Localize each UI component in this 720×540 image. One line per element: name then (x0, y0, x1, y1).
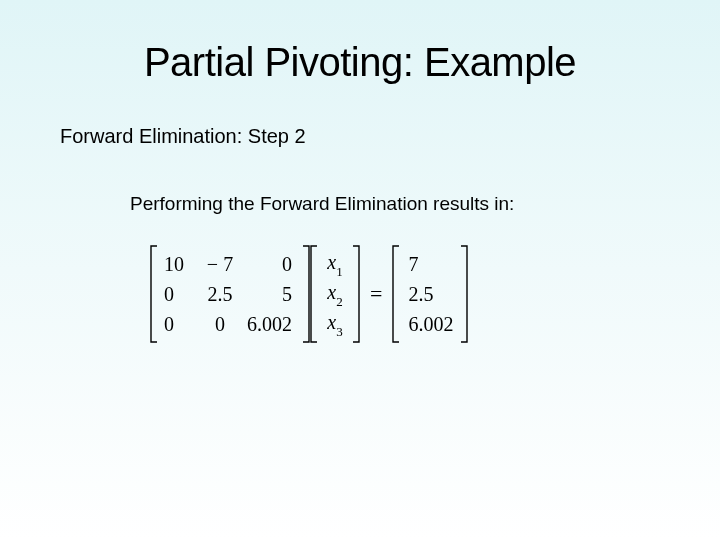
matrix-row: 0 2.5 5 (162, 279, 298, 309)
vector-x-body: x1 x2 x3 (318, 245, 352, 343)
right-bracket-icon (352, 245, 360, 343)
left-bracket-icon (150, 245, 158, 343)
matrix-a: 10 − 7 0 0 2.5 5 0 0 6.002 (150, 245, 310, 343)
var: x (327, 311, 336, 333)
equation: 10 − 7 0 0 2.5 5 0 0 6.002 (150, 245, 670, 343)
var: x (327, 251, 336, 273)
matrix-cell: 5 (242, 283, 298, 306)
vector-cell: 7 (404, 253, 456, 276)
matrix-cell: 0 (162, 313, 198, 336)
vector-b-body: 7 2.5 6.002 (400, 245, 460, 343)
vector-cell: x2 (322, 281, 348, 308)
matrix-a-body: 10 − 7 0 0 2.5 5 0 0 6.002 (158, 245, 302, 343)
right-bracket-icon (460, 245, 468, 343)
vector-b: 7 2.5 6.002 (392, 245, 468, 343)
vector-cell: x1 (322, 251, 348, 278)
matrix-cell: 0 (242, 253, 298, 276)
right-bracket-icon (302, 245, 310, 343)
matrix-row: 6.002 (404, 309, 456, 339)
left-bracket-icon (392, 245, 400, 343)
matrix-cell: 0 (198, 313, 242, 336)
left-bracket-icon (310, 245, 318, 343)
slide: Partial Pivoting: Example Forward Elimin… (0, 0, 720, 540)
vector-x: x1 x2 x3 (310, 245, 360, 343)
matrix-cell: 10 (162, 253, 198, 276)
matrix-cell: 6.002 (242, 313, 298, 336)
var: x (327, 281, 336, 303)
body-text: Performing the Forward Elimination resul… (130, 193, 670, 215)
vector-cell: 6.002 (404, 313, 456, 336)
matrix-row: x3 (322, 309, 348, 339)
subscript: 1 (336, 264, 343, 279)
matrix-cell: − 7 (198, 253, 242, 276)
matrix-row: 10 − 7 0 (162, 249, 298, 279)
matrix-row: x2 (322, 279, 348, 309)
matrix-row: 2.5 (404, 279, 456, 309)
subheading: Forward Elimination: Step 2 (60, 125, 670, 148)
vector-cell: x3 (322, 311, 348, 338)
vector-cell: 2.5 (404, 283, 456, 306)
subscript: 3 (336, 324, 343, 339)
matrix-cell: 0 (162, 283, 198, 306)
matrix-row: 0 0 6.002 (162, 309, 298, 339)
equals-sign: = (360, 281, 392, 307)
matrix-row: 7 (404, 249, 456, 279)
slide-title: Partial Pivoting: Example (50, 40, 670, 85)
matrix-cell: 2.5 (198, 283, 242, 306)
matrix-row: x1 (322, 249, 348, 279)
subscript: 2 (336, 294, 343, 309)
